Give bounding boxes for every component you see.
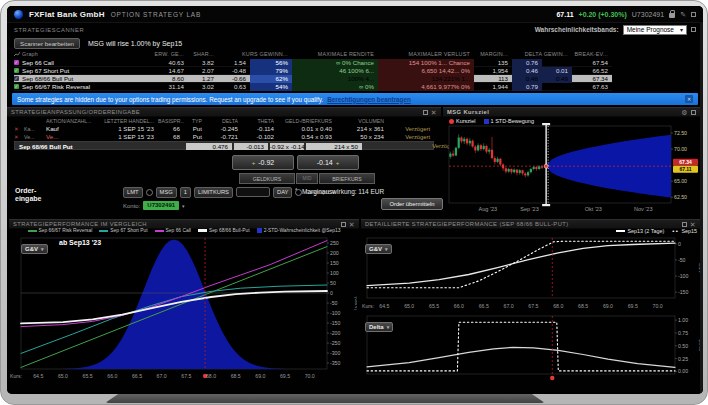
svg-text:150: 150 <box>330 260 339 266</box>
svg-text:200: 200 <box>330 250 339 256</box>
adjust-column-headers: AKTION/ANZAHL... LETZTER HANDEL... BASIS… <box>14 118 434 124</box>
adjust-panel-header: STRATEGIEANPASSUNG/ORDEREINGABE ✕ <box>7 107 441 117</box>
edit-scanner-button[interactable]: Scanner bearbeiten <box>14 38 80 49</box>
tab-mid[interactable]: MID <box>296 173 318 184</box>
compare-legend: Sep 66/67 Risk Reversal Sep 67 Short Put… <box>11 228 357 233</box>
lock-icon[interactable] <box>669 13 675 18</box>
chevron-down-icon: ▾ <box>387 324 390 330</box>
col-erw[interactable]: ERW. GE... <box>144 51 188 57</box>
col-sharpe[interactable]: SHAR... <box>188 51 218 57</box>
svg-text:69.5: 69.5 <box>280 373 290 379</box>
col-kursgewinn[interactable]: KURS GEWINN... <box>218 51 292 57</box>
cycle-icon[interactable] <box>146 189 153 196</box>
edit-icon[interactable]: ✎ <box>680 11 686 18</box>
svg-text:Okt '23: Okt '23 <box>585 206 602 212</box>
remove-leg-icon[interactable]: ✕ <box>14 125 24 133</box>
tif-select[interactable]: DAY <box>273 187 293 198</box>
delta-metric-select[interactable]: Delta▾ <box>365 322 393 332</box>
col-basispreis: BASISPR... <box>158 118 184 124</box>
submit-order-button[interactable]: Order übermitteln <box>381 198 443 210</box>
svg-text:67.34: 67.34 <box>679 159 692 165</box>
svg-text:Kurs:: Kurs: <box>362 303 374 309</box>
close-icon[interactable]: ✕ <box>431 109 437 116</box>
scrollbar[interactable] <box>700 23 703 394</box>
close-icon[interactable]: ✕ <box>690 221 696 228</box>
checkbox-checked-icon[interactable]: ✓ <box>14 60 19 65</box>
detail-delta-chart[interactable]: 1.000.750.500.250.00Delta <box>361 312 701 383</box>
svg-text:0: 0 <box>678 241 681 247</box>
svg-text:(G&V): (G&V) <box>354 297 357 311</box>
last-price: 67.11 <box>556 11 573 18</box>
chevron-down-icon[interactable]: ▾ <box>182 203 185 209</box>
gear-icon[interactable]: ⚙ <box>681 109 688 116</box>
tab-geldkurs[interactable]: GELDKURS <box>239 173 295 184</box>
price-change: +0.20 (+0.30%) <box>579 11 627 18</box>
quantity-field[interactable]: 1 <box>180 187 191 198</box>
limit-price-input[interactable] <box>236 187 270 197</box>
expand-icon[interactable] <box>682 222 687 227</box>
layout-icon[interactable] <box>691 12 696 17</box>
delayed-status: Verzögert <box>388 125 434 133</box>
compare-chart[interactable]: 250200150100500-50-100-150-200-250-300-3… <box>9 235 357 381</box>
close-icon[interactable]: ✕ <box>349 221 355 228</box>
svg-text:66.0: 66.0 <box>107 373 117 379</box>
account-id: U7302491 <box>632 11 664 18</box>
chevron-down-icon: ▾ <box>385 246 388 252</box>
svg-text:-100: -100 <box>678 273 688 279</box>
order-entry-label: Order- eingabe <box>15 187 41 203</box>
app-logo-icon <box>14 10 23 19</box>
pnl-metric-select[interactable]: G&V▾ <box>365 244 392 254</box>
combo-row-selected[interactable]: Sep 68/66 Bull Put 0.476 -0.013 -0.92 x … <box>14 141 434 150</box>
probability-bands-select[interactable]: Meine Prognose ▾ <box>623 25 687 35</box>
col-theta: THETA <box>242 118 278 124</box>
expand-icon[interactable] <box>423 110 428 115</box>
col-delta-gewinn[interactable]: DELTA GEWIN... <box>512 51 572 57</box>
close-icon[interactable]: ✕ <box>685 95 693 103</box>
svg-text:70.0: 70.0 <box>653 303 663 309</box>
delayed-status: Verzögert <box>388 133 434 141</box>
svg-text:-100: -100 <box>330 310 340 316</box>
expand-icon[interactable] <box>691 110 696 115</box>
checkbox-checked-icon[interactable]: ✓ <box>14 84 19 89</box>
leg-row-sell[interactable]: ✕ Ve... Ve... 1 SEP 15 '23 68 Put -0.721… <box>14 133 434 141</box>
col-geld-brief: GELD-/BRIEFKURS <box>278 118 336 124</box>
svg-text:64.5: 64.5 <box>379 303 389 309</box>
remove-leg-icon[interactable]: ✕ <box>14 133 24 141</box>
probability-bands-label: Wahrscheinlichkeitsbands: <box>535 26 619 33</box>
svg-text:-50: -50 <box>330 300 338 306</box>
svg-text:Aug '23: Aug '23 <box>479 206 497 212</box>
order-type-select[interactable]: LMT <box>123 187 143 198</box>
ask-price-stepper[interactable]: -0.14+ <box>297 155 359 170</box>
kursziel-chart[interactable]: 72.5070.0065.0062.5067.3467.11Aug '23Sep… <box>444 116 701 214</box>
tab-briefkurs[interactable]: BRIEFKURS <box>319 173 375 184</box>
request-permissions-link[interactable]: Berechtigungen beantragen <box>327 96 411 103</box>
settings-icon[interactable] <box>691 27 696 32</box>
square-swatch <box>257 228 262 233</box>
detail-pnl-chart[interactable]: 0-50-100-15064.565.065.566.066.567.067.5… <box>361 234 701 311</box>
svg-text:-250: -250 <box>330 340 340 346</box>
svg-text:67.5: 67.5 <box>181 373 191 379</box>
section-label: STRATEGIESCANNER <box>14 27 84 33</box>
leg-row-buy[interactable]: ✕ Ka... Kauf 1 SEP 15 '23 66 Put -0.245 … <box>14 125 434 133</box>
col-volumen: VOLUMEN <box>336 118 388 124</box>
col-letzter-handel: LETZTER HANDEL... <box>92 118 158 124</box>
chart-icon <box>14 52 20 57</box>
account-value: U7302491 <box>143 201 179 210</box>
col-max-rendite[interactable]: MAXIMALE RENDITE <box>292 51 378 57</box>
symbol-box[interactable]: MSG <box>156 187 177 198</box>
col-margin[interactable]: MARGIN... <box>474 51 512 57</box>
expand-icon[interactable] <box>341 222 346 227</box>
svg-text:69.0: 69.0 <box>255 373 265 379</box>
col-max-verlust[interactable]: MAXIMALER VERLUST <box>378 51 474 57</box>
svg-text:100: 100 <box>330 270 339 276</box>
checkbox-checked-icon[interactable]: ✓ <box>14 76 19 81</box>
bid-price-stepper[interactable]: +-0.92 <box>232 155 294 170</box>
probability-bands-value: Meine Prognose <box>627 26 674 33</box>
svg-text:65.0: 65.0 <box>58 373 68 379</box>
col-breakeven[interactable]: BREAK-EV... <box>572 51 612 57</box>
table-row[interactable]: ✓Sep 66/67 Risk Reversal 31.143.020.63 5… <box>14 83 612 91</box>
metric-select[interactable]: G&V▾ <box>21 244 48 254</box>
col-graph[interactable]: Graph <box>14 51 144 57</box>
price-type-tabs: GELDKURS MID BRIEFKURS <box>239 173 375 184</box>
checkbox-checked-icon[interactable]: ✓ <box>14 68 19 73</box>
